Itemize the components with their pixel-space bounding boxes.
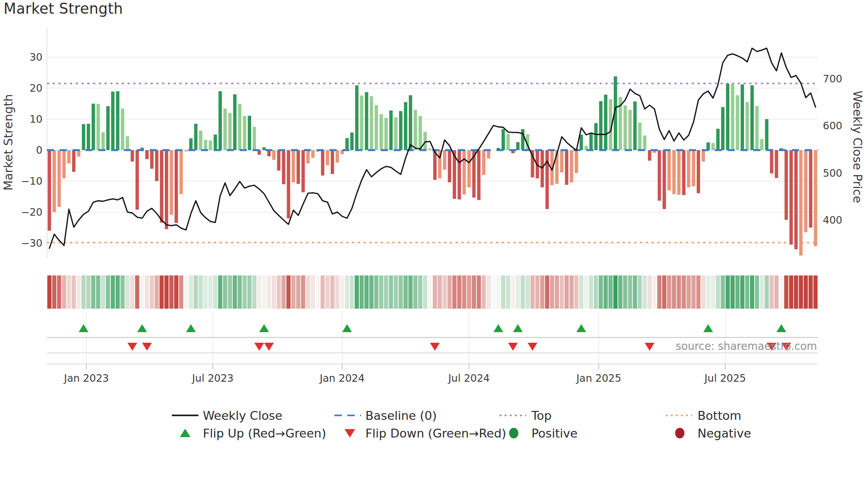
heatmap-cell — [374, 275, 378, 309]
heatmap-cell — [623, 275, 627, 309]
strength-bar — [399, 111, 403, 150]
heatmap-cell — [159, 275, 163, 309]
heatmap-cell — [677, 275, 681, 309]
heatmap-cell — [164, 275, 168, 309]
heatmap-cell — [135, 275, 139, 309]
strength-bar — [624, 105, 627, 150]
flip-up-marker — [776, 324, 786, 332]
heatmap-cell — [755, 275, 759, 309]
heatmap-cell — [369, 275, 373, 309]
strength-bar — [101, 132, 105, 150]
strength-bar — [321, 150, 325, 175]
legend-label: Negative — [698, 426, 751, 440]
heatmap-cell — [804, 275, 808, 309]
strength-bar — [633, 101, 637, 150]
heatmap-cell — [106, 275, 110, 309]
strength-bar — [331, 150, 334, 174]
heatmap-cell — [467, 275, 471, 309]
heatmap-cell — [287, 275, 291, 309]
heatmap-cell — [428, 275, 432, 309]
heatmap-cell — [389, 275, 393, 309]
strength-bar — [404, 102, 407, 151]
strength-bar — [213, 135, 217, 150]
strength-bar — [218, 91, 222, 150]
strength-bar — [799, 150, 803, 256]
y-right-tick-label: 500 — [823, 167, 842, 179]
heatmap-cell — [233, 275, 237, 309]
flip-up-marker — [79, 324, 89, 332]
strength-bar — [765, 119, 769, 150]
heatmap-cell — [77, 275, 81, 309]
heatmap-cell — [760, 275, 764, 309]
heatmap-cell — [775, 275, 779, 309]
strength-bar — [189, 138, 193, 150]
x-tick-label: Jan 2025 — [576, 372, 621, 384]
strength-bar — [199, 131, 202, 150]
heatmap-cell — [784, 275, 788, 309]
strength-bar — [721, 107, 725, 150]
strength-bar — [750, 85, 754, 150]
heatmap-cell — [223, 275, 227, 309]
strength-bar — [136, 150, 139, 209]
strength-bar — [233, 94, 236, 150]
heatmap-cell — [213, 275, 217, 309]
heatmap-cell — [604, 275, 608, 309]
heatmap-cell — [150, 275, 154, 309]
flip-down-triangle-icon — [345, 429, 355, 438]
y-left-tick-label: 30 — [30, 51, 43, 63]
strength-bar — [414, 110, 417, 150]
strength-bar — [409, 95, 412, 150]
strength-bar — [145, 150, 149, 159]
strength-bar — [565, 150, 569, 185]
strength-bar — [541, 150, 544, 187]
legend-item-weekly-close: Weekly Close — [203, 408, 283, 423]
strength-bar — [365, 92, 368, 150]
heatmap-cell — [555, 275, 559, 309]
heatmap-cell — [394, 275, 398, 309]
strength-bar — [355, 85, 359, 150]
heatmap-cell — [442, 275, 446, 309]
strength-bar — [380, 114, 383, 150]
heatmap-cell — [130, 275, 134, 309]
heatmap-cell — [716, 275, 720, 309]
heatmap-cell — [340, 275, 344, 309]
heatmap-cell — [408, 275, 412, 309]
heatmap-cell — [750, 275, 754, 309]
strength-bar — [643, 136, 647, 150]
heatmap-cell — [652, 275, 656, 309]
heatmap-cell — [120, 275, 124, 309]
negative-dot-icon — [675, 428, 685, 438]
x-tick-label: Jul 2024 — [447, 372, 490, 384]
flip-up-marker — [577, 324, 586, 332]
flip-down-marker — [527, 343, 537, 351]
heatmap-cell — [511, 275, 515, 309]
strength-bar — [770, 150, 774, 174]
heatmap-cell — [296, 275, 300, 309]
heatmap-cell — [355, 275, 359, 309]
x-tick-label: Jul 2023 — [191, 372, 234, 384]
strength-bar — [82, 124, 85, 150]
strength-bar — [790, 150, 793, 245]
flip-down-marker — [128, 343, 137, 351]
strength-bar — [87, 124, 90, 151]
heatmap-cell — [140, 275, 144, 309]
heatmap-cell — [243, 275, 247, 309]
strength-bar — [97, 104, 100, 150]
strength-bar — [740, 85, 744, 150]
heatmap-cell — [521, 275, 525, 309]
heatmap-cell — [306, 275, 310, 309]
heatmap-cell — [794, 275, 798, 309]
heatmap-cell — [111, 275, 115, 309]
heatmap-cell — [613, 275, 617, 309]
heatmap-cell — [589, 275, 593, 309]
heatmap-cell — [682, 275, 686, 309]
flip-up-marker — [513, 324, 523, 332]
strength-bar — [111, 92, 115, 150]
heatmap-cell — [535, 275, 539, 309]
heatmap-cell — [257, 275, 261, 309]
strength-bar — [228, 113, 232, 150]
weekly-close-line — [50, 48, 816, 248]
strength-bar — [667, 150, 671, 190]
heatmap-cell — [647, 275, 651, 309]
heatmap-cell — [335, 275, 339, 309]
